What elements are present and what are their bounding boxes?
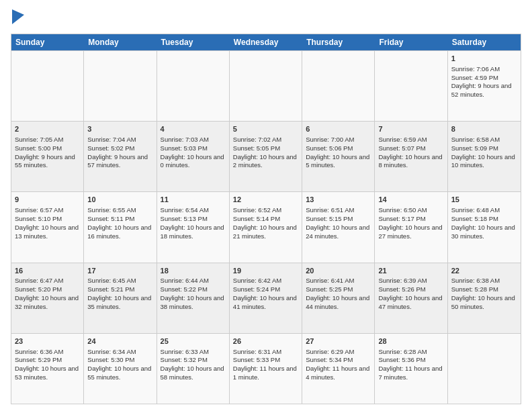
day-number: 14 (378, 195, 443, 205)
calendar: SundayMondayTuesdayWednesdayThursdayFrid… (11, 34, 521, 404)
calendar-day-cell: 3Sunrise: 7:04 AM Sunset: 5:02 PM Daylig… (84, 122, 157, 191)
day-number: 25 (161, 336, 226, 347)
calendar-header: SundayMondayTuesdayWednesdayThursdayFrid… (11, 34, 521, 50)
calendar-day-cell: 25Sunrise: 6:33 AM Sunset: 5:32 PM Dayli… (157, 334, 230, 404)
calendar-row: 1Sunrise: 7:06 AM Sunset: 4:59 PM Daylig… (11, 50, 521, 121)
empty-cell (302, 51, 375, 121)
calendar-row: 9Sunrise: 6:57 AM Sunset: 5:10 PM Daylig… (11, 191, 521, 262)
day-info: Sunrise: 6:28 AM Sunset: 5:36 PM Dayligh… (378, 348, 442, 381)
day-number: 12 (233, 195, 298, 205)
calendar-day-cell: 27Sunrise: 6:29 AM Sunset: 5:34 PM Dayli… (302, 334, 375, 404)
day-info: Sunrise: 6:44 AM Sunset: 5:22 PM Dayligh… (161, 277, 224, 310)
calendar-day-cell: 15Sunrise: 6:48 AM Sunset: 5:18 PM Dayli… (448, 192, 521, 262)
weekday-header: Tuesday (157, 34, 230, 50)
day-info: Sunrise: 6:33 AM Sunset: 5:32 PM Dayligh… (161, 348, 224, 381)
day-number: 16 (15, 266, 80, 276)
calendar-day-cell: 1Sunrise: 7:06 AM Sunset: 4:59 PM Daylig… (448, 51, 521, 121)
calendar-day-cell: 11Sunrise: 6:54 AM Sunset: 5:13 PM Dayli… (157, 192, 230, 262)
calendar-day-cell: 8Sunrise: 6:58 AM Sunset: 5:09 PM Daylig… (448, 122, 521, 191)
weekday-header: Thursday (302, 34, 375, 50)
calendar-day-cell: 12Sunrise: 6:52 AM Sunset: 5:14 PM Dayli… (230, 192, 302, 262)
day-info: Sunrise: 6:58 AM Sunset: 5:09 PM Dayligh… (451, 136, 515, 169)
calendar-day-cell: 28Sunrise: 6:28 AM Sunset: 5:36 PM Dayli… (375, 334, 447, 404)
weekday-header: Monday (84, 34, 157, 50)
day-number: 2 (15, 124, 80, 134)
day-info: Sunrise: 6:39 AM Sunset: 5:26 PM Dayligh… (378, 277, 442, 310)
calendar-body: 1Sunrise: 7:06 AM Sunset: 4:59 PM Daylig… (11, 50, 521, 404)
svg-marker-0 (12, 9, 24, 24)
day-number: 15 (451, 195, 517, 205)
calendar-row: 2Sunrise: 7:05 AM Sunset: 5:00 PM Daylig… (11, 121, 521, 191)
day-number: 20 (306, 266, 371, 276)
weekday-header: Sunday (11, 34, 84, 50)
day-number: 23 (15, 336, 80, 347)
day-info: Sunrise: 6:54 AM Sunset: 5:13 PM Dayligh… (161, 206, 224, 239)
day-number: 24 (87, 336, 152, 347)
day-number: 13 (306, 195, 371, 205)
day-info: Sunrise: 6:36 AM Sunset: 5:29 PM Dayligh… (15, 348, 79, 381)
day-info: Sunrise: 7:05 AM Sunset: 5:00 PM Dayligh… (15, 136, 75, 169)
calendar-day-cell: 20Sunrise: 6:41 AM Sunset: 5:25 PM Dayli… (302, 263, 375, 333)
empty-cell (448, 334, 521, 404)
calendar-row: 23Sunrise: 6:36 AM Sunset: 5:29 PM Dayli… (11, 333, 521, 404)
day-number: 11 (161, 195, 226, 205)
day-number: 1 (451, 54, 517, 64)
day-info: Sunrise: 6:50 AM Sunset: 5:17 PM Dayligh… (378, 206, 442, 239)
day-info: Sunrise: 7:02 AM Sunset: 5:05 PM Dayligh… (233, 136, 297, 169)
day-number: 3 (87, 124, 152, 134)
day-info: Sunrise: 7:03 AM Sunset: 5:03 PM Dayligh… (161, 136, 224, 169)
day-info: Sunrise: 6:41 AM Sunset: 5:25 PM Dayligh… (306, 277, 369, 310)
calendar-day-cell: 4Sunrise: 7:03 AM Sunset: 5:03 PM Daylig… (157, 122, 230, 191)
calendar-day-cell: 14Sunrise: 6:50 AM Sunset: 5:17 PM Dayli… (375, 192, 447, 262)
day-number: 19 (233, 266, 298, 276)
day-info: Sunrise: 6:51 AM Sunset: 5:15 PM Dayligh… (306, 206, 369, 239)
day-info: Sunrise: 6:34 AM Sunset: 5:30 PM Dayligh… (87, 348, 151, 381)
calendar-day-cell: 5Sunrise: 7:02 AM Sunset: 5:05 PM Daylig… (230, 122, 302, 191)
day-number: 4 (161, 124, 226, 134)
day-number: 22 (451, 266, 517, 276)
day-number: 28 (378, 336, 443, 347)
calendar-day-cell: 6Sunrise: 7:00 AM Sunset: 5:06 PM Daylig… (302, 122, 375, 191)
day-info: Sunrise: 6:38 AM Sunset: 5:28 PM Dayligh… (451, 277, 515, 310)
day-info: Sunrise: 7:04 AM Sunset: 5:02 PM Dayligh… (87, 136, 148, 169)
day-info: Sunrise: 6:52 AM Sunset: 5:14 PM Dayligh… (233, 206, 297, 239)
empty-cell (375, 51, 447, 121)
day-number: 7 (378, 124, 443, 134)
calendar-row: 16Sunrise: 6:47 AM Sunset: 5:20 PM Dayli… (11, 263, 521, 333)
day-number: 10 (87, 195, 152, 205)
day-number: 18 (161, 266, 226, 276)
calendar-day-cell: 17Sunrise: 6:45 AM Sunset: 5:21 PM Dayli… (84, 263, 157, 333)
calendar-day-cell: 10Sunrise: 6:55 AM Sunset: 5:11 PM Dayli… (84, 192, 157, 262)
weekday-header: Saturday (448, 34, 521, 50)
day-info: Sunrise: 7:06 AM Sunset: 4:59 PM Dayligh… (451, 65, 512, 98)
day-info: Sunrise: 6:59 AM Sunset: 5:07 PM Dayligh… (378, 136, 442, 169)
day-info: Sunrise: 6:48 AM Sunset: 5:18 PM Dayligh… (451, 206, 515, 239)
day-number: 17 (87, 266, 152, 276)
day-info: Sunrise: 6:29 AM Sunset: 5:34 PM Dayligh… (306, 348, 369, 381)
calendar-day-cell: 16Sunrise: 6:47 AM Sunset: 5:20 PM Dayli… (11, 263, 84, 333)
empty-cell (84, 51, 157, 121)
day-info: Sunrise: 6:42 AM Sunset: 5:24 PM Dayligh… (233, 277, 297, 310)
calendar-day-cell: 23Sunrise: 6:36 AM Sunset: 5:29 PM Dayli… (11, 334, 84, 404)
page-header (11, 11, 521, 28)
day-number: 27 (306, 336, 371, 347)
calendar-day-cell: 21Sunrise: 6:39 AM Sunset: 5:26 PM Dayli… (375, 263, 447, 333)
calendar-day-cell: 2Sunrise: 7:05 AM Sunset: 5:00 PM Daylig… (11, 122, 84, 191)
day-info: Sunrise: 6:31 AM Sunset: 5:33 PM Dayligh… (233, 348, 297, 381)
calendar-day-cell: 18Sunrise: 6:44 AM Sunset: 5:22 PM Dayli… (157, 263, 230, 333)
empty-cell (230, 51, 302, 121)
day-info: Sunrise: 7:00 AM Sunset: 5:06 PM Dayligh… (306, 136, 369, 169)
day-info: Sunrise: 6:57 AM Sunset: 5:10 PM Dayligh… (15, 206, 79, 239)
calendar-day-cell: 7Sunrise: 6:59 AM Sunset: 5:07 PM Daylig… (375, 122, 447, 191)
logo (11, 13, 24, 28)
calendar-day-cell: 9Sunrise: 6:57 AM Sunset: 5:10 PM Daylig… (11, 192, 84, 262)
day-info: Sunrise: 6:47 AM Sunset: 5:20 PM Dayligh… (15, 277, 79, 310)
calendar-day-cell: 13Sunrise: 6:51 AM Sunset: 5:15 PM Dayli… (302, 192, 375, 262)
day-number: 5 (233, 124, 298, 134)
day-number: 6 (306, 124, 371, 134)
calendar-day-cell: 22Sunrise: 6:38 AM Sunset: 5:28 PM Dayli… (448, 263, 521, 333)
day-number: 8 (451, 124, 517, 134)
weekday-header: Wednesday (230, 34, 302, 50)
day-number: 21 (378, 266, 443, 276)
calendar-day-cell: 19Sunrise: 6:42 AM Sunset: 5:24 PM Dayli… (230, 263, 302, 333)
